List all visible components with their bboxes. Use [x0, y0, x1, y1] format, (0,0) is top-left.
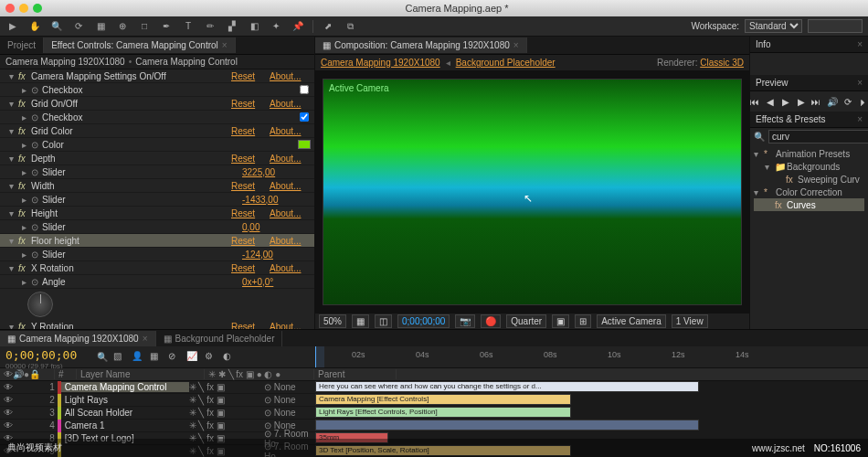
layer-duration-bar[interactable]: Camera Mapping [Effect Controls] [315, 394, 571, 405]
twirl-icon[interactable]: ▾ [9, 126, 18, 136]
type-tool-icon[interactable]: T [181, 19, 196, 34]
preset-tree-item[interactable]: ▾*Animation Presets [754, 147, 864, 160]
parent-dropdown[interactable]: ⊙ None [260, 408, 315, 418]
brush-tool-icon[interactable]: ✏ [203, 19, 217, 34]
effect-group-row[interactable]: ▾fxGrid On/OffResetAbout... [0, 97, 314, 111]
puppet-tool-icon[interactable]: 📌 [291, 19, 305, 34]
eye-icon[interactable]: 👁 [4, 395, 13, 405]
twirl-icon[interactable]: ▾ [9, 181, 18, 191]
fx-badge-icon[interactable]: fx [18, 322, 31, 330]
prop-value[interactable]: 3225,00 [242, 167, 311, 177]
layer-name[interactable]: Light Rays [61, 395, 189, 405]
layer-row[interactable]: 👁2Light Rays✳ ╲ fx ▣⊙ None [0, 394, 315, 407]
effects-presets-head[interactable]: Effects & Presets × [750, 112, 868, 128]
fx-badge-icon[interactable]: fx [18, 154, 31, 164]
twirl-icon[interactable]: ▾ [765, 162, 772, 172]
layer-duration-bar[interactable] [315, 420, 699, 430]
effect-group-row[interactable]: ▾fxY RotationResetAbout... [0, 320, 314, 329]
reset-link[interactable]: Reset [231, 236, 270, 246]
close-panel-icon[interactable]: × [857, 78, 863, 88]
axis-mode-icon[interactable]: ⬈ [321, 19, 335, 34]
eye-icon[interactable]: 👁 [4, 420, 13, 430]
play-icon[interactable]: ▶ [780, 95, 790, 108]
zoom-tool-icon[interactable]: 🔍 [49, 19, 64, 34]
fx-badge-icon[interactable]: fx [18, 71, 31, 81]
reset-link[interactable]: Reset [231, 208, 270, 218]
current-time-indicator[interactable] [315, 346, 324, 367]
solo-icon[interactable] [26, 395, 35, 405]
twirl-icon[interactable]: ▾ [9, 322, 18, 330]
camera-dropdown[interactable]: Active Camera [597, 314, 666, 328]
workspace-dropdown[interactable]: Standard [745, 19, 802, 33]
effect-prop-row[interactable]: ▸⊙Slider3225,00 [0, 165, 314, 179]
first-frame-icon[interactable]: ⏮ [750, 95, 760, 108]
effects-search-input[interactable] [768, 130, 868, 143]
layer-switches[interactable]: ✳ ╲ fx ▣ [189, 395, 260, 405]
effect-prop-row[interactable]: ▸⊙Slider0,00 [0, 220, 314, 234]
close-tab-icon[interactable]: × [143, 334, 148, 344]
minimize-window-icon[interactable] [19, 4, 28, 13]
stopwatch-icon[interactable]: ⊙ [31, 167, 42, 177]
twirl-icon[interactable]: ▾ [754, 187, 761, 197]
composition-canvas[interactable]: Active Camera ↖ [323, 79, 742, 305]
effect-prop-row[interactable]: ▸⊙Checkbox [0, 83, 314, 97]
twirl-icon[interactable]: ▾ [9, 208, 18, 218]
effect-group-row[interactable]: ▾fxWidthResetAbout... [0, 179, 314, 193]
resolution-grid-icon[interactable]: ▦ [352, 314, 369, 328]
fx-badge-icon[interactable]: fx [18, 208, 31, 218]
layer-duration-bar[interactable]: Light Rays [Effect Controls, Position] [315, 407, 571, 418]
layer-row[interactable]: 👁3All Scean Holder✳ ╲ fx ▣⊙ None [0, 407, 315, 420]
stopwatch-icon[interactable]: ⊙ [31, 140, 42, 150]
layer-duration-bar[interactable]: Here you can see where and how can you c… [315, 381, 699, 392]
twirl-icon[interactable]: ▸ [22, 277, 31, 287]
timecode-display[interactable]: 0;00;00;00 [397, 314, 450, 328]
timecode-block[interactable]: 0;00;00;00 00000 (29.97 fps) [0, 346, 91, 367]
preset-tree-item[interactable]: fxSweeping Curv [754, 173, 864, 186]
hand-tool-icon[interactable]: ✋ [27, 19, 42, 34]
twirl-icon[interactable]: ▾ [9, 154, 18, 164]
current-timecode[interactable]: 0;00;00;00 [5, 348, 86, 362]
twirl-icon[interactable]: ▸ [22, 85, 31, 95]
about-link[interactable]: About... [270, 181, 311, 191]
close-tab-icon[interactable]: × [222, 40, 228, 50]
draft3d-icon[interactable]: ◐ [223, 351, 236, 364]
fx-badge-icon[interactable]: fx [18, 126, 31, 136]
close-panel-icon[interactable]: × [857, 114, 863, 124]
about-link[interactable]: About... [270, 71, 311, 81]
loop-icon[interactable]: ⟳ [843, 95, 853, 108]
eye-icon[interactable]: 👁 [4, 408, 13, 418]
speaker-icon[interactable] [15, 408, 24, 418]
preset-tree-item[interactable]: ▾*Color Correction [754, 186, 864, 198]
close-tab-icon[interactable]: × [513, 40, 519, 50]
prop-value[interactable]: 0x+0,0° [242, 277, 311, 287]
comp-mini-flow-icon[interactable]: ▧ [113, 351, 126, 364]
about-link[interactable]: About... [270, 322, 311, 330]
twirl-icon[interactable]: ▾ [9, 236, 18, 246]
effect-group-row[interactable]: ▾fxGrid ColorResetAbout... [0, 124, 314, 138]
stopwatch-icon[interactable]: ⊙ [31, 112, 42, 122]
effect-prop-row[interactable]: ▸⊙Slider-124,00 [0, 248, 314, 261]
solo-icon[interactable] [26, 408, 35, 418]
prev-frame-icon[interactable]: ◀ [766, 95, 776, 108]
selection-tool-icon[interactable]: ▶ [5, 19, 20, 34]
timeline-tab-a[interactable]: ▦ Camera Mapping 1920X1080 × [0, 331, 156, 346]
twirl-icon[interactable]: ▸ [22, 222, 31, 232]
layer-switches[interactable]: ✳ ╲ fx ▣ [189, 420, 260, 430]
about-link[interactable]: About... [270, 208, 311, 218]
last-frame-icon[interactable]: ⏭ [811, 95, 821, 108]
twirl-icon[interactable]: ▸ [22, 112, 31, 122]
about-link[interactable]: About... [270, 236, 311, 246]
zoom-dropdown[interactable]: 50% [319, 314, 346, 328]
grid-icon[interactable]: ⊞ [575, 314, 591, 328]
snapshot-icon[interactable]: 📷 [455, 314, 475, 328]
channel-icon[interactable]: 🔴 [481, 314, 501, 328]
brainstorm-icon[interactable]: ⚙ [205, 351, 217, 364]
clone-tool-icon[interactable]: ▞ [225, 19, 239, 34]
checkbox-input[interactable] [298, 112, 311, 122]
camera-tool-icon[interactable]: ▦ [93, 19, 108, 34]
reset-link[interactable]: Reset [231, 322, 270, 330]
layer-name[interactable]: Camera Mapping Control [61, 382, 189, 392]
stopwatch-icon[interactable]: ⊙ [31, 277, 42, 287]
twirl-icon[interactable]: ▸ [22, 250, 31, 260]
graph-editor-icon[interactable]: 📈 [186, 351, 199, 364]
